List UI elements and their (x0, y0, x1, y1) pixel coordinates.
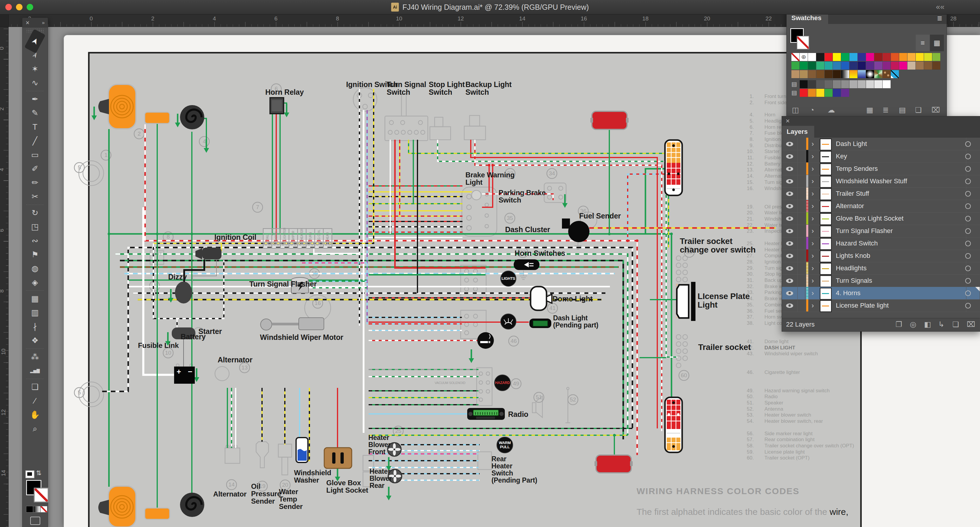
layer-target-circle[interactable] (965, 191, 971, 197)
swatch[interactable] (891, 53, 899, 61)
shaper-tool[interactable]: ✏ (25, 176, 45, 189)
visibility-eye-icon[interactable] (786, 304, 793, 308)
visibility-eye-icon[interactable] (786, 254, 793, 258)
zoom-window-button[interactable] (27, 4, 33, 10)
layer-target-circle[interactable] (965, 216, 971, 221)
layer-name[interactable]: License Plate light (836, 302, 889, 309)
swatch[interactable] (866, 80, 874, 88)
swatch[interactable] (808, 53, 816, 61)
swatch[interactable] (841, 53, 849, 61)
license-plate-lamp[interactable] (677, 282, 695, 321)
expand-layer-arrow-icon[interactable]: › (811, 140, 814, 148)
swatch[interactable] (883, 53, 891, 61)
layer-row-windshield-washer-stuff[interactable]: ›WIndshield Washer Stuff (782, 175, 980, 188)
visibility-eye-icon[interactable] (786, 167, 793, 171)
draw-mode-icon[interactable] (30, 517, 40, 525)
swatch[interactable] (899, 53, 907, 61)
radio[interactable] (467, 408, 505, 420)
gradient-mode-button[interactable] (33, 506, 40, 513)
layer-name[interactable]: Lights Knob (836, 252, 870, 260)
horn-bottom[interactable] (180, 493, 204, 517)
perspective-grid-tool[interactable]: ◈ (25, 276, 45, 289)
swatch[interactable] (866, 70, 874, 78)
rear-side-marker-top[interactable] (590, 111, 628, 129)
swatch[interactable] (808, 62, 816, 70)
swatch[interactable] (800, 70, 808, 78)
layer-name[interactable]: Temp Senders (836, 165, 878, 173)
expand-layer-arrow-icon[interactable]: › (811, 227, 814, 235)
swatch[interactable] (858, 62, 866, 70)
swatch[interactable] (891, 62, 899, 70)
swatch[interactable] (816, 80, 824, 88)
swatch[interactable] (916, 62, 924, 70)
ruler-vertical[interactable]: 02468101214 (0, 27, 9, 527)
swatch[interactable] (841, 70, 849, 78)
front-side-marker-top[interactable] (145, 112, 170, 123)
swatch[interactable] (874, 80, 882, 88)
swatch[interactable] (932, 53, 940, 61)
layer-target-circle[interactable] (965, 166, 971, 172)
visibility-eye-icon[interactable] (786, 179, 793, 183)
new-sublayer-icon[interactable]: ↳ (938, 320, 945, 329)
swatch[interactable] (858, 80, 866, 88)
front-side-marker-bottom[interactable] (145, 508, 170, 519)
expand-layer-arrow-icon[interactable]: › (811, 289, 814, 297)
swatch[interactable] (841, 62, 849, 70)
swatch[interactable] (924, 53, 932, 61)
swatch[interactable] (824, 89, 832, 97)
swatch[interactable] (816, 70, 824, 78)
layer-target-circle[interactable] (965, 290, 971, 296)
visibility-eye-icon[interactable] (786, 204, 793, 209)
layer-row-4-horns[interactable]: ›4. Horns (782, 287, 980, 299)
expand-layer-arrow-icon[interactable]: › (811, 189, 814, 198)
swatch[interactable] (850, 62, 858, 70)
make-clipping-mask-icon[interactable]: ◧ (924, 320, 931, 329)
hand-tool[interactable]: ✋ (25, 408, 45, 421)
tab-layers[interactable]: Layers (782, 126, 814, 138)
mesh-tool[interactable]: ▦ (25, 292, 45, 305)
visibility-eye-icon[interactable] (786, 191, 793, 196)
swatch[interactable] (899, 62, 907, 70)
swatch[interactable] (874, 53, 882, 61)
layer-name[interactable]: Glove Box Light Socket (836, 215, 904, 222)
layer-row-headlights[interactable]: ›Headlights (782, 262, 980, 275)
none-mode-button[interactable] (40, 506, 48, 513)
expand-layer-arrow-icon[interactable]: › (811, 165, 814, 173)
swatch[interactable] (833, 53, 841, 61)
swatch[interactable] (866, 53, 874, 61)
visibility-eye-icon[interactable] (786, 266, 793, 271)
windshield-washer-bottle[interactable] (296, 438, 308, 462)
locate-object-icon[interactable]: ◎ (910, 320, 916, 329)
cigarette-lighter[interactable] (477, 332, 494, 349)
layer-name[interactable]: Headlights (836, 264, 867, 272)
layer-target-circle[interactable] (965, 141, 971, 147)
new-color-group-icon[interactable]: ▤ (899, 106, 906, 114)
rear-side-marker-bottom[interactable] (595, 455, 633, 473)
layer-name[interactable]: Turn SIgnal Flasher (836, 227, 892, 235)
gradient-tool[interactable]: ▥ (25, 306, 45, 319)
warp-tool[interactable]: ∾ (25, 234, 45, 247)
slice-tool[interactable]: ∕ (25, 394, 45, 408)
rectangle-tool[interactable]: ▭ (25, 148, 45, 161)
layer-row-license-plate-light[interactable]: ›License Plate light (782, 299, 980, 312)
layer-row-hazard-switch[interactable]: ›Hazard Switch (782, 237, 980, 250)
expand-layer-arrow-icon[interactable]: › (811, 239, 814, 247)
swatch[interactable] (924, 62, 932, 70)
layer-target-circle[interactable] (965, 241, 971, 246)
layer-row-alternator[interactable]: ›Alternator (782, 200, 980, 213)
swatch[interactable] (833, 80, 841, 88)
layer-name[interactable]: WIndshield Washer Stuff (836, 177, 907, 185)
swatch[interactable] (800, 80, 808, 88)
swatch[interactable] (883, 80, 891, 88)
horn-relay[interactable] (270, 98, 284, 114)
layer-row-trailer-stuff[interactable]: ›Trailer Stuff (782, 188, 980, 200)
swatch[interactable] (816, 53, 824, 61)
wiper-knob[interactable] (501, 314, 516, 329)
swatch[interactable] (874, 62, 882, 70)
column-graph-tool[interactable]: ▂▅▇ (25, 364, 45, 377)
layer-name[interactable]: Trailer Stuff (836, 190, 869, 197)
expand-layer-arrow-icon[interactable]: › (811, 277, 814, 285)
horn-top[interactable] (180, 105, 204, 129)
ruler-corner[interactable] (0, 14, 9, 27)
swatch[interactable] (850, 80, 858, 88)
